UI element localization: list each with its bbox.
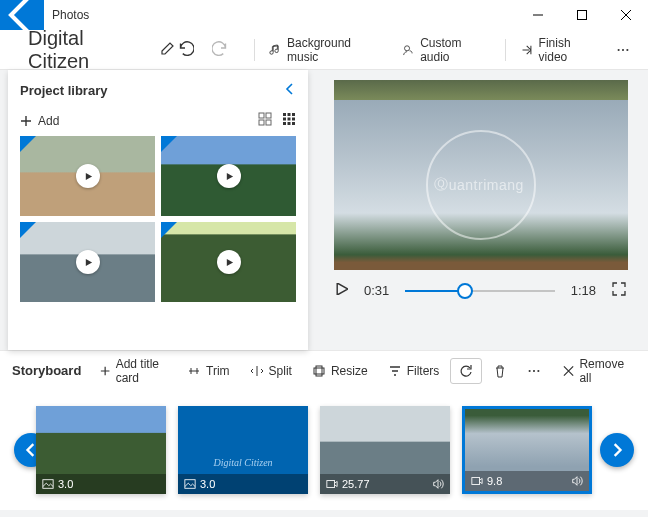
fullscreen-button[interactable] xyxy=(612,282,626,299)
clip-duration: 25.77 xyxy=(342,478,428,490)
storyboard-clip[interactable]: 25.77 xyxy=(320,406,450,494)
library-item[interactable] xyxy=(20,136,155,216)
preview-panel: Ⓠuantrimang 0:31 1:18 xyxy=(308,70,648,350)
play-button[interactable] xyxy=(336,283,348,298)
divider xyxy=(505,39,506,61)
svg-rect-26 xyxy=(472,478,480,485)
grid-small-icon[interactable] xyxy=(282,112,296,130)
window-controls xyxy=(516,0,648,30)
back-button[interactable] xyxy=(0,0,44,30)
custom-audio-label: Custom audio xyxy=(420,36,491,64)
custom-audio-button[interactable]: Custom audio xyxy=(392,30,501,69)
finish-video-label: Finish video xyxy=(539,36,600,64)
scroll-right-button[interactable] xyxy=(600,433,634,467)
svg-point-1 xyxy=(404,45,409,50)
app-title: Photos xyxy=(44,8,516,22)
clip-duration: 3.0 xyxy=(200,478,302,490)
clip-footer: 3.0 xyxy=(178,474,308,494)
svg-rect-11 xyxy=(292,113,295,116)
total-time: 1:18 xyxy=(571,283,596,298)
current-time: 0:31 xyxy=(364,283,389,298)
grid-large-icon[interactable] xyxy=(258,112,272,130)
library-item[interactable] xyxy=(20,222,155,302)
image-icon xyxy=(42,478,54,490)
minimize-button[interactable] xyxy=(516,0,560,30)
video-icon xyxy=(326,478,338,490)
clip-footer: 9.8 xyxy=(465,471,589,491)
filters-button[interactable]: Filters xyxy=(379,351,449,390)
seek-slider[interactable] xyxy=(405,290,554,292)
in-use-badge-icon xyxy=(161,222,177,238)
svg-rect-12 xyxy=(283,118,286,121)
storyboard-clips: 3.0 Digital Citizen 3.0 25.77 9.8 xyxy=(0,390,648,510)
main-area: Project library Add Ⓠuantrimang xyxy=(0,70,648,350)
clip-duration: 3.0 xyxy=(58,478,160,490)
svg-rect-17 xyxy=(292,122,295,125)
volume-icon xyxy=(571,475,583,487)
library-item[interactable] xyxy=(161,136,296,216)
background-music-label: Background music xyxy=(287,36,382,64)
volume-icon xyxy=(432,478,444,490)
trim-button[interactable]: Trim xyxy=(178,351,239,390)
clip-footer: 3.0 xyxy=(36,474,166,494)
storyboard-toolbar: Storyboard Add title card Trim Split Res… xyxy=(0,350,648,390)
undo-button[interactable] xyxy=(176,39,194,61)
svg-rect-23 xyxy=(43,480,53,489)
add-title-card-button[interactable]: Add title card xyxy=(91,351,176,390)
svg-rect-15 xyxy=(283,122,286,125)
storyboard-more-button[interactable] xyxy=(518,351,550,390)
svg-rect-9 xyxy=(283,113,286,116)
project-name[interactable]: Digital Citizen xyxy=(12,27,152,73)
add-label: Add xyxy=(38,114,59,128)
preview-video[interactable]: Ⓠuantrimang xyxy=(334,80,628,270)
watermark: Ⓠuantrimang xyxy=(426,130,536,240)
svg-rect-6 xyxy=(266,113,271,118)
resize-button[interactable]: Resize xyxy=(303,351,377,390)
svg-point-22 xyxy=(538,369,540,371)
clip-footer: 25.77 xyxy=(320,474,450,494)
project-library-panel: Project library Add xyxy=(8,70,308,350)
delete-button[interactable] xyxy=(484,351,516,390)
storyboard-clip[interactable]: 3.0 xyxy=(36,406,166,494)
svg-rect-5 xyxy=(259,113,264,118)
svg-rect-10 xyxy=(288,113,291,116)
play-overlay-icon xyxy=(76,250,100,274)
rotate-button[interactable] xyxy=(450,358,482,384)
play-overlay-icon xyxy=(217,164,241,188)
collapse-library-icon[interactable] xyxy=(284,82,296,98)
library-title: Project library xyxy=(20,83,107,98)
svg-point-2 xyxy=(618,48,620,50)
in-use-badge-icon xyxy=(20,222,36,238)
redo-button[interactable] xyxy=(212,39,230,61)
svg-rect-16 xyxy=(288,122,291,125)
svg-rect-14 xyxy=(292,118,295,121)
storyboard-clip[interactable]: Digital Citizen 3.0 xyxy=(178,406,308,494)
storyboard-title: Storyboard xyxy=(12,363,89,378)
storyboard-clip-selected[interactable]: 9.8 xyxy=(462,406,592,494)
project-toolbar: Digital Citizen Background music Custom … xyxy=(0,30,648,70)
titlebar: Photos xyxy=(0,0,648,30)
remove-all-button[interactable]: Remove all xyxy=(554,351,636,390)
more-button[interactable] xyxy=(610,30,636,69)
rename-icon[interactable] xyxy=(160,40,176,60)
svg-point-3 xyxy=(622,48,624,50)
svg-point-20 xyxy=(529,369,531,371)
maximize-button[interactable] xyxy=(560,0,604,30)
svg-rect-13 xyxy=(288,118,291,121)
play-overlay-icon xyxy=(217,250,241,274)
in-use-badge-icon xyxy=(20,136,36,152)
close-button[interactable] xyxy=(604,0,648,30)
background-music-button[interactable]: Background music xyxy=(259,30,392,69)
svg-point-21 xyxy=(533,369,535,371)
library-item[interactable] xyxy=(161,222,296,302)
library-thumbnails xyxy=(20,136,296,302)
svg-rect-0 xyxy=(578,11,587,20)
finish-video-button[interactable]: Finish video xyxy=(510,30,610,69)
divider xyxy=(254,39,255,61)
split-button[interactable]: Split xyxy=(241,351,301,390)
playback-controls: 0:31 1:18 xyxy=(332,270,630,299)
add-media-button[interactable]: Add xyxy=(20,114,59,128)
play-overlay-icon xyxy=(76,164,100,188)
in-use-badge-icon xyxy=(161,136,177,152)
video-icon xyxy=(471,475,483,487)
